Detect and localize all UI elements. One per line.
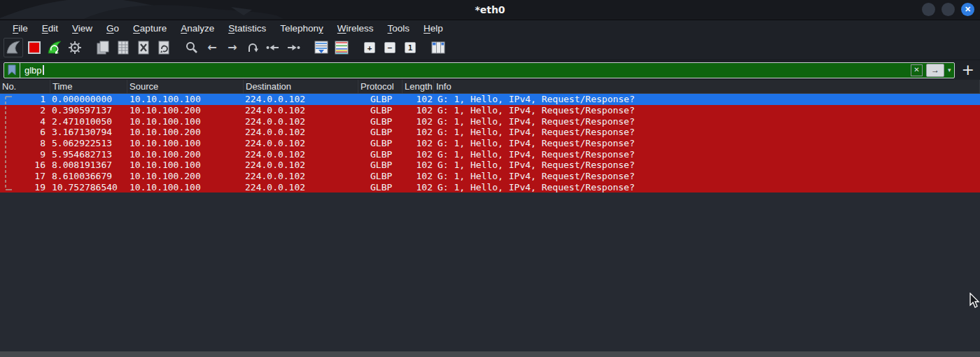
table-row[interactable]: 95.95468271310.10.100.200224.0.0.102GLBP…: [0, 148, 980, 160]
menu-edit[interactable]: Edit: [35, 22, 65, 35]
cell-info: G: 1, Hello, IPv4, Request/Response?: [434, 171, 980, 181]
cell-destination: 224.0.0.102: [244, 127, 358, 137]
cell-protocol: GLBP: [358, 116, 402, 127]
go-back-icon[interactable]: ←: [203, 38, 221, 57]
capture-options-icon[interactable]: [66, 38, 84, 57]
close-icon: ✕: [965, 6, 971, 13]
close-file-icon[interactable]: [134, 38, 153, 57]
title-bar[interactable]: *eth0 ✕: [0, 0, 980, 20]
cell-destination: 224.0.0.102: [244, 171, 358, 181]
cell-protocol: GLBP: [358, 171, 402, 181]
table-row[interactable]: 168.00819136710.10.100.100224.0.0.102GLB…: [0, 160, 980, 171]
cell-info: G: 1, Hello, IPv4, Request/Response?: [434, 138, 980, 148]
plus-glyph: +: [368, 44, 372, 52]
cell-time: 0.390597137: [50, 105, 127, 115]
cell-destination: 224.0.0.102: [244, 94, 358, 104]
menu-analyze[interactable]: Analyze: [174, 22, 221, 35]
menu-view[interactable]: View: [65, 22, 99, 35]
table-row[interactable]: 42.47101005010.10.100.100224.0.0.102GLBP…: [0, 115, 980, 127]
resize-columns-icon[interactable]: [429, 38, 447, 57]
start-capture-icon[interactable]: [4, 38, 23, 57]
cell-time: 8.610036679: [50, 171, 127, 181]
table-row[interactable]: 20.39059713710.10.100.200224.0.0.102GLBP…: [0, 105, 980, 116]
one-glyph: 1: [408, 44, 413, 52]
menu-capture[interactable]: Capture: [126, 22, 174, 35]
colorize-icon[interactable]: [332, 38, 351, 57]
cell-no: 1: [0, 94, 50, 104]
status-bar: [0, 351, 980, 357]
bookmark-icon: [8, 64, 16, 76]
column-header-time[interactable]: Time: [50, 80, 127, 93]
cell-source: 10.10.100.100: [127, 138, 244, 148]
cell-info: G: 1, Hello, IPv4, Request/Response?: [434, 94, 980, 104]
zoom-original-icon[interactable]: 1: [401, 38, 419, 57]
column-header-length[interactable]: Length: [402, 80, 434, 93]
cell-source: 10.10.100.100: [127, 116, 244, 127]
column-header-protocol[interactable]: Protocol: [358, 80, 402, 93]
cell-length: 102: [402, 94, 434, 104]
cell-destination: 224.0.0.102: [244, 116, 358, 127]
menu-telephony[interactable]: Telephony: [273, 22, 330, 35]
table-row[interactable]: 85.06292251310.10.100.100224.0.0.102GLBP…: [0, 138, 980, 149]
cell-source: 10.10.100.100: [127, 182, 244, 192]
find-packet-icon[interactable]: [183, 38, 201, 57]
go-first-packet-icon[interactable]: [264, 38, 282, 57]
cell-destination: 224.0.0.102: [244, 182, 358, 192]
table-row[interactable]: 63.16713079410.10.100.200224.0.0.102GLBP…: [0, 127, 980, 138]
column-header-info[interactable]: Info: [434, 80, 980, 93]
display-filter-input[interactable]: glbp ✕ → ▾: [4, 62, 955, 78]
add-filter-button[interactable]: +: [962, 62, 974, 78]
cell-info: G: 1, Hello, IPv4, Request/Response?: [434, 127, 980, 137]
cell-length: 102: [402, 160, 434, 170]
cell-length: 102: [402, 138, 434, 148]
menu-statistics[interactable]: Statistics: [221, 22, 273, 35]
menu-go[interactable]: Go: [99, 22, 126, 35]
minimize-button[interactable]: [922, 3, 935, 16]
cell-length: 102: [402, 182, 434, 192]
menu-help[interactable]: Help: [416, 22, 450, 35]
cell-protocol: GLBP: [358, 149, 402, 160]
clear-filter-button[interactable]: ✕: [911, 64, 923, 76]
table-row[interactable]: 178.61003667910.10.100.200224.0.0.102GLB…: [0, 171, 980, 182]
window-title: *eth0: [0, 4, 980, 15]
maximize-button[interactable]: [941, 3, 955, 16]
reload-file-icon[interactable]: [155, 38, 173, 57]
table-row[interactable]: 10.00000000010.10.100.100224.0.0.102GLBP…: [0, 94, 980, 105]
go-to-packet-icon[interactable]: [244, 38, 262, 57]
table-row[interactable]: 1910.75278654010.10.100.100224.0.0.102GL…: [0, 182, 980, 193]
column-header-destination[interactable]: Destination: [244, 80, 358, 93]
restart-capture-icon[interactable]: [46, 38, 64, 57]
wireshark-window: *eth0 ✕ FileEditViewGoCaptureAnalyzeStat…: [0, 0, 980, 357]
packet-rows: 10.00000000010.10.100.100224.0.0.102GLBP…: [0, 94, 980, 192]
cell-no: 2: [0, 105, 50, 115]
go-forward-icon[interactable]: →: [223, 38, 241, 57]
close-button[interactable]: ✕: [961, 3, 974, 16]
column-header-no[interactable]: No.: [0, 80, 50, 93]
column-header-source[interactable]: Source: [127, 80, 244, 93]
cell-source: 10.10.100.200: [127, 171, 244, 181]
menu-tools[interactable]: Tools: [381, 22, 417, 35]
menu-wireless[interactable]: Wireless: [330, 22, 381, 35]
save-file-icon[interactable]: [114, 38, 132, 57]
clear-filter-icon: ✕: [913, 66, 919, 74]
cell-source: 10.10.100.200: [127, 127, 244, 137]
menu-file[interactable]: File: [6, 22, 35, 35]
cell-no: 17: [0, 171, 50, 181]
go-last-packet-icon[interactable]: [284, 38, 302, 57]
cell-protocol: GLBP: [358, 160, 402, 170]
cell-time: 2.471010050: [50, 116, 127, 127]
filter-bookmark-button[interactable]: [4, 63, 20, 78]
main-toolbar: ← → + − 1: [0, 36, 980, 60]
text-caret: [43, 65, 44, 75]
apply-filter-button[interactable]: →: [926, 64, 944, 77]
packet-detail-empty-area[interactable]: [0, 192, 980, 351]
open-file-icon[interactable]: [94, 38, 112, 57]
packet-header: No.TimeSourceDestinationProtocolLengthIn…: [0, 80, 980, 94]
zoom-in-icon[interactable]: +: [360, 38, 379, 57]
stop-capture-icon[interactable]: [25, 38, 43, 57]
cell-source: 10.10.100.100: [127, 160, 244, 170]
auto-scroll-icon[interactable]: [312, 38, 330, 57]
zoom-out-icon[interactable]: −: [381, 38, 399, 57]
filter-value: glbp: [24, 65, 42, 76]
filter-history-caret[interactable]: ▾: [948, 66, 951, 74]
